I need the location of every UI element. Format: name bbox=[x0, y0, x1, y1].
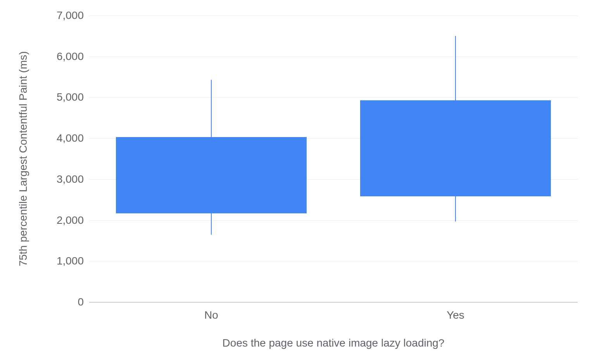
y-axis-title: 75th percentile Largest Contentful Paint… bbox=[17, 51, 29, 266]
grid-line bbox=[89, 57, 578, 57]
y-tick-label: 4,000 bbox=[57, 132, 84, 144]
grid-line bbox=[89, 97, 578, 98]
x-axis-line bbox=[89, 302, 578, 302]
y-tick-label: 5,000 bbox=[57, 91, 84, 103]
x-tick-label: Yes bbox=[447, 309, 464, 321]
y-tick-label: 7,000 bbox=[57, 9, 84, 22]
y-tick-label: 3,000 bbox=[57, 173, 84, 185]
x-axis-title: Does the page use native image lazy load… bbox=[223, 337, 445, 349]
box-rect bbox=[116, 137, 306, 213]
y-tick-label: 1,000 bbox=[57, 255, 84, 267]
grid-line bbox=[89, 220, 578, 221]
plot-area: 01,0002,0003,0004,0005,0006,0007,000NoYe… bbox=[89, 15, 578, 302]
x-tick-label: No bbox=[204, 309, 218, 321]
y-tick-label: 0 bbox=[78, 296, 84, 308]
boxplot-chart: 75th percentile Largest Contentful Paint… bbox=[0, 0, 597, 364]
box-rect bbox=[360, 100, 550, 196]
y-tick-label: 2,000 bbox=[57, 214, 84, 227]
grid-line bbox=[89, 15, 578, 16]
y-tick-label: 6,000 bbox=[57, 50, 84, 63]
grid-line bbox=[89, 261, 578, 261]
